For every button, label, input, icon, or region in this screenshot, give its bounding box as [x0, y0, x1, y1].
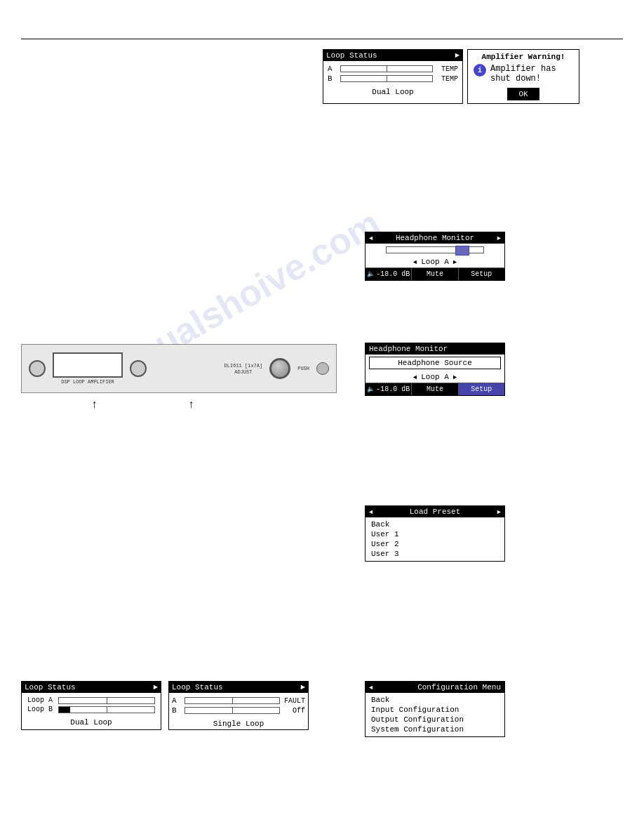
hm2-source-row: Headphone Source [369, 357, 501, 369]
cm-items: Back Input Configuration Output Configur… [365, 693, 504, 736]
lp-title: Load Preset [410, 508, 461, 516]
hm1-slider-thumb[interactable] [455, 246, 469, 256]
loop-named-a-divider [107, 698, 107, 703]
device-label-line2: DLI611 [1x7A] [224, 363, 263, 369]
loop-single-row-b: B Off [172, 706, 305, 715]
loop-named-row-a: Loop A [27, 696, 155, 704]
loop-status-dual-header: Loop Status ► [22, 682, 161, 693]
top-divider [21, 39, 623, 39]
hm2-loop-arrow-right[interactable] [453, 373, 457, 381]
lp-item-3[interactable]: User 3 [371, 549, 499, 559]
device-arrow-up-2: ↑ [188, 399, 195, 411]
hm1-vol-button[interactable]: 🔈 -18.0 dB [365, 268, 412, 280]
cm-header: Configuration Menu [365, 682, 504, 693]
config-menu-panel: Configuration Menu Back Input Configurat… [365, 681, 505, 737]
amplifier-warning-panel: Amplifier Warning! i Amplifier has shut … [467, 49, 579, 104]
section-top-right: Loop Status ► A TEMP B TEMP Dual Loop Am… [323, 49, 579, 104]
hm2-mute-button[interactable]: Mute [412, 383, 458, 395]
hm1-setup-button[interactable]: Setup [459, 268, 504, 280]
hm2-loop-arrow-left[interactable] [413, 373, 417, 381]
loop-status-single-footer: Single Loop [169, 718, 308, 729]
loop-single-row-a: A FAULT [172, 696, 305, 705]
loop-status-dual-panel: Loop Status ► Loop A Loop B Dual Loop [21, 681, 161, 730]
hm1-slider-area [365, 244, 504, 256]
loop-named-a-bar [58, 697, 155, 704]
hm2-header: Headphone Monitor [365, 343, 504, 355]
hm1-loop-arrow-right[interactable] [453, 258, 457, 266]
amp-warning-line1: Amplifier has [490, 64, 556, 74]
hm2-vol-label: -18.0 dB [376, 385, 410, 393]
loop-named-a-label: Loop A [27, 696, 55, 704]
loop-status-dual-arrow: ► [153, 683, 158, 691]
lp-item-0[interactable]: Back [371, 519, 499, 529]
hm2-title: Headphone Monitor [369, 345, 448, 353]
loop-single-b-label: B [172, 706, 182, 715]
cm-item-3[interactable]: System Configuration [371, 724, 499, 734]
lp-header: Load Preset [365, 506, 504, 517]
amp-ok-button[interactable]: OK [507, 88, 539, 100]
device-label-line1: DSP LOOP AMPLIFIER [61, 379, 114, 385]
device-screen [53, 352, 123, 378]
hm1-arrow-right[interactable] [497, 234, 501, 242]
device-circle-tl [29, 360, 46, 377]
hm2-loop-row: Loop A [365, 371, 504, 383]
lp-arrow-right[interactable] [497, 508, 501, 516]
lp-item-2[interactable]: User 2 [371, 539, 499, 549]
lp-items: Back User 1 User 2 User 3 [365, 517, 504, 561]
loop-status-single-arrow: ► [300, 683, 305, 691]
hm1-slider-track[interactable] [386, 246, 484, 253]
loop-status-title-1: Loop Status [326, 51, 377, 60]
loop-a-label-1: A [328, 65, 337, 73]
amp-warning-line2: shut down! [490, 74, 556, 84]
device-circle-tr [130, 360, 147, 377]
loop-status-single-title: Loop Status [172, 683, 223, 691]
device-arrow-up-1: ↑ [91, 399, 98, 411]
cm-arrow-left[interactable] [369, 683, 373, 691]
hm1-arrow-left[interactable] [369, 234, 373, 242]
loop-single-a-bar [185, 697, 280, 704]
hm1-title: Headphone Monitor [396, 234, 474, 242]
amp-warning-body: i Amplifier has shut down! [474, 64, 573, 84]
hm1-mute-button[interactable]: Mute [412, 268, 458, 280]
loop-single-b-divider [232, 708, 233, 713]
load-preset-panel: Load Preset Back User 1 User 2 User 3 [365, 505, 505, 562]
loop-row-b-1: B TEMP [328, 74, 458, 83]
device-front-panel: DSP LOOP AMPLIFIER DLI611 [1x7A] ADJUST … [21, 344, 337, 393]
loop-b-label-1: B [328, 74, 337, 83]
cm-title: Configuration Menu [417, 683, 501, 691]
hm2-loop-label: Loop A [421, 373, 449, 381]
cm-item-2[interactable]: Output Configuration [371, 715, 499, 724]
device-label-line4: PUSH [297, 366, 309, 371]
headphone-monitor-panel-2: Headphone Monitor Headphone Source Loop … [365, 343, 505, 396]
hm2-setup-button[interactable]: Setup [459, 383, 504, 395]
loop-status-single-body: A FAULT B Off [169, 693, 308, 718]
cm-item-1[interactable]: Input Configuration [371, 705, 499, 715]
lp-arrow-left[interactable] [369, 508, 373, 516]
loop-status-dual-body: Loop A Loop B [22, 693, 161, 717]
lp-item-1[interactable]: User 1 [371, 529, 499, 539]
loop-named-b-divider [107, 707, 107, 713]
bottom-loop-panels: Loop Status ► Loop A Loop B Dual Loop Lo… [21, 681, 309, 730]
loop-a-bar-1 [340, 65, 433, 72]
loop-status-header-1: Loop Status ► [323, 50, 462, 61]
device-label-line3: ADJUST [234, 369, 252, 375]
hm1-loop-arrow-left[interactable] [413, 258, 417, 266]
device-knob[interactable] [269, 358, 290, 379]
hm2-source-label: Headphone Source [398, 359, 472, 367]
amp-warning-title: Amplifier Warning! [474, 53, 573, 61]
hm1-loop-label: Loop A [421, 258, 449, 266]
headphone-monitor-panel-1: Headphone Monitor Loop A 🔈 -18.0 dB Mute… [365, 232, 505, 281]
loop-status-footer-1: Dual Loop [323, 86, 462, 98]
hm1-header: Headphone Monitor [365, 232, 504, 244]
loop-status-arrow-1: ► [455, 51, 459, 60]
loop-b-temp-1: TEMP [436, 75, 458, 83]
cm-item-0[interactable]: Back [371, 695, 499, 705]
hm1-footer: 🔈 -18.0 dB Mute Setup [365, 267, 504, 280]
loop-b-divider-1 [387, 76, 387, 81]
amp-warning-text: Amplifier has shut down! [490, 64, 556, 84]
loop-single-a-divider [232, 698, 233, 703]
hm2-speaker-icon: 🔈 [367, 385, 375, 393]
device-circle-br [316, 362, 329, 375]
loop-named-b-label: Loop B [27, 706, 55, 713]
hm2-vol-button[interactable]: 🔈 -18.0 dB [365, 383, 412, 395]
